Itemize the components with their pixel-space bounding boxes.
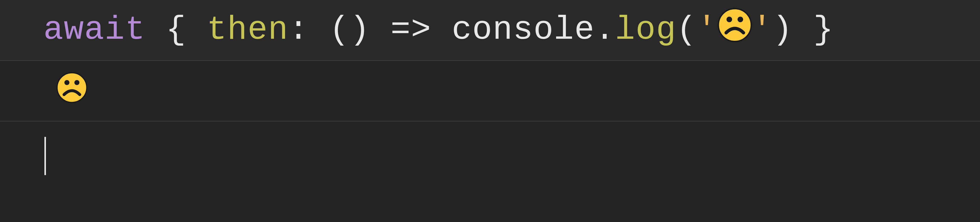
token-space bbox=[431, 11, 452, 49]
token-method: log bbox=[615, 11, 676, 49]
token-space bbox=[793, 11, 813, 49]
token-space bbox=[309, 11, 329, 49]
upside-down-face-icon bbox=[718, 11, 752, 49]
token-dot: . bbox=[595, 11, 615, 49]
upside-down-face-icon bbox=[56, 72, 88, 109]
token-brace-open: { bbox=[166, 11, 186, 49]
token-paren-open: ( bbox=[676, 11, 697, 49]
chevron-right-icon bbox=[10, 137, 28, 160]
chevron-right-icon bbox=[10, 19, 28, 41]
token-identifier: console bbox=[452, 11, 595, 49]
token-paren-close: ) bbox=[350, 11, 370, 49]
token-space bbox=[370, 11, 390, 49]
token-property: then bbox=[207, 11, 288, 49]
console-output-row bbox=[0, 61, 980, 122]
token-colon: : bbox=[288, 11, 309, 49]
token-arrow: => bbox=[390, 11, 431, 49]
token-paren-open: ( bbox=[329, 11, 350, 49]
token-space bbox=[145, 11, 166, 49]
token-brace-close: } bbox=[813, 11, 834, 49]
token-keyword: await bbox=[43, 11, 145, 49]
token-string-quote: ' bbox=[697, 11, 717, 49]
devtools-console: await { then: () => console.log('') } bbox=[0, 0, 980, 222]
token-paren-close: ) bbox=[773, 11, 793, 49]
token-space bbox=[186, 11, 207, 49]
console-input-row[interactable]: await { then: () => console.log('') } bbox=[0, 0, 980, 61]
console-prompt-input[interactable] bbox=[43, 137, 46, 183]
token-string-quote: ' bbox=[752, 11, 773, 49]
text-cursor bbox=[45, 137, 46, 175]
console-output bbox=[56, 68, 88, 113]
console-input-code: await { then: () => console.log('') } bbox=[43, 8, 834, 52]
console-prompt-row[interactable] bbox=[0, 122, 980, 222]
